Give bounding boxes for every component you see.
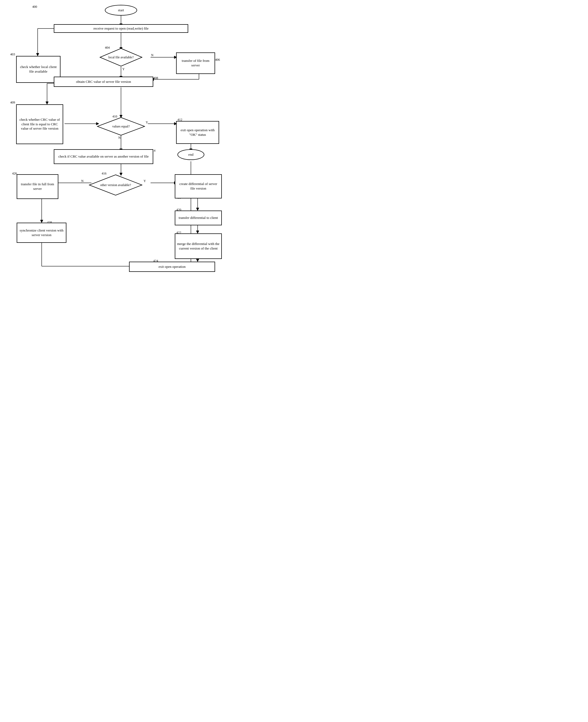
node-414: check if CRC value available on server a… (54, 149, 153, 164)
node-418: create differential of server file versi… (175, 174, 222, 199)
node-410-diamond: values equal? (97, 117, 145, 136)
node-404-label: local file available? (108, 55, 134, 59)
label-y-410: Y (146, 121, 148, 124)
svg-marker-36 (196, 231, 199, 233)
node-426: transfer file in full from server (17, 174, 58, 199)
node-404-diamond: local file available? (100, 48, 143, 67)
node-428: synchronize client version with server v… (17, 223, 66, 243)
flowchart-diagram: 400 start 402 receive request to open (r… (0, 0, 242, 296)
node-410-label: values equal? (112, 124, 130, 128)
start-node: start (105, 5, 137, 16)
label-y-404: Y (122, 67, 125, 71)
end-node: end (177, 149, 204, 160)
label-400: 400 (32, 5, 37, 9)
node-416-diamond: other version available? (89, 174, 143, 196)
label-403: 403 (10, 53, 15, 57)
label-406: 406 (215, 58, 220, 62)
node-416-label: other version available? (100, 183, 131, 187)
label-426: 426 (12, 171, 17, 176)
node-422: merge the differential with the current … (175, 233, 222, 259)
label-y-416: Y (144, 179, 146, 183)
svg-marker-6 (36, 53, 39, 56)
svg-marker-38 (196, 259, 199, 262)
node-408: obtain CRC value of server file version (54, 77, 153, 87)
svg-marker-16 (46, 102, 48, 104)
node-424: exit open operation (129, 262, 215, 272)
node-409: check whether CRC value of client file i… (16, 104, 63, 144)
label-408: 408 (153, 76, 158, 80)
node-402: receive request to open (read,write) fil… (54, 24, 188, 33)
label-n-416: N (81, 179, 84, 183)
node-420: transfer differential to client (175, 210, 222, 225)
label-n-404: N (151, 53, 153, 57)
node-412: exit open operation with "OK" status (176, 121, 219, 144)
label-n-410: N (118, 136, 121, 140)
svg-marker-34 (196, 208, 199, 210)
svg-marker-40 (40, 220, 43, 223)
node-406: transfer of file from server (176, 53, 215, 74)
label-409: 409 (10, 101, 15, 105)
